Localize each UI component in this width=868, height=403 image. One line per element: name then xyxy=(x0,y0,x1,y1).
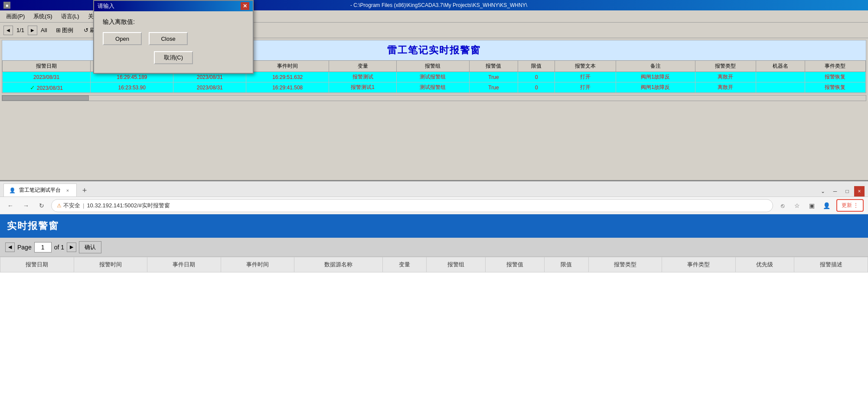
browser-tab-active[interactable]: 👤 雷工笔记测试平台 × xyxy=(3,183,77,197)
url-separator: | xyxy=(83,202,84,209)
prev-page-btn[interactable]: ◀ xyxy=(5,242,15,252)
refresh-browser-button[interactable]: ↻ xyxy=(36,200,48,212)
browser-tab-bar: 👤 雷工笔记测试平台 × + ⌄ ─ □ × xyxy=(0,181,868,197)
back-button[interactable]: ← xyxy=(4,200,16,212)
browser-action-buttons: ⎋ ☆ ▣ 👤 xyxy=(777,200,833,212)
dialog-title: 请输入 xyxy=(98,2,114,10)
th-priority: 优先级 xyxy=(735,257,794,272)
page-toolbar: ◀ Page of 1 ▶ 确认 xyxy=(0,238,868,257)
browser-nav: ← → ↻ ⚠ 不安全 | 10.32.192.141:5002/#实时报警窗 … xyxy=(0,197,868,214)
dialog-overlay: 请输入 ✕ 输入离散值: Open Close 取消(C) xyxy=(0,0,256,91)
tab-title: 雷工笔记测试平台 xyxy=(19,187,61,194)
th-event-type: 事件类型 xyxy=(662,257,736,272)
cell-limit: 0 xyxy=(518,82,555,93)
new-tab-button[interactable]: + xyxy=(78,184,91,197)
dropdown-button[interactable]: ⌄ xyxy=(818,186,828,197)
security-warning-icon: ⚠ xyxy=(57,203,62,209)
page-navigation-controls: ◀ Page of 1 ▶ 确认 xyxy=(5,241,101,253)
cell-note: 阀闸1故障反 xyxy=(616,72,695,82)
header-note: 备注 xyxy=(616,61,695,72)
cell-event-type: 报警恢复 xyxy=(805,72,865,82)
dialog-cancel-button[interactable]: 取消(C) xyxy=(154,51,193,64)
th-alarm-desc: 报警描述 xyxy=(794,257,868,272)
header-alarm-type: 报警类型 xyxy=(695,61,756,72)
cell-alarm-text: 打开 xyxy=(555,72,616,82)
cell-event-type: 报警恢复 xyxy=(805,82,865,93)
header-limit: 限值 xyxy=(518,61,555,72)
minimize-button[interactable]: ─ xyxy=(830,186,840,197)
tab-favicon: 👤 xyxy=(9,187,16,193)
cell-alarm-type: 离散开 xyxy=(695,72,756,82)
page-title: 实时报警窗 xyxy=(7,220,59,231)
next-page-btn[interactable]: ▶ xyxy=(67,242,76,252)
dialog-button-row: Open Close xyxy=(103,32,244,45)
cell-event-time: 16:29:51.632 xyxy=(246,72,329,82)
forward-button[interactable]: → xyxy=(20,200,32,212)
address-bar[interactable]: ⚠ 不安全 | 10.32.192.141:5002/#实时报警窗 xyxy=(51,199,773,212)
of-text: of 1 xyxy=(54,244,64,251)
th-limit: 限值 xyxy=(544,257,588,272)
cell-machine xyxy=(756,72,805,82)
dialog-body: 输入离散值: Open Close 取消(C) xyxy=(94,11,253,73)
th-event-time: 事件时间 xyxy=(221,257,294,272)
tab-close-button[interactable]: × xyxy=(64,187,71,194)
header-machine: 机器名 xyxy=(756,61,805,72)
update-button[interactable]: 更新 ⋮ xyxy=(836,199,864,212)
restore-button[interactable]: □ xyxy=(842,186,852,197)
data-table: 报警日期 报警时间 事件日期 事件时间 数据源名称 变量 报警组 报警值 限值 … xyxy=(0,257,868,272)
th-alarm-type: 报警类型 xyxy=(588,257,662,272)
confirm-button[interactable]: 确认 xyxy=(79,241,101,253)
data-table-container: 报警日期 报警时间 事件日期 事件时间 数据源名称 变量 报警组 报警值 限值 … xyxy=(0,257,868,272)
page-header: 实时报警窗 xyxy=(0,214,868,238)
cell-limit: 0 xyxy=(518,72,555,82)
header-variable: 变量 xyxy=(329,61,397,72)
cell-alarm-type: 离散开 xyxy=(695,82,756,93)
share-button[interactable]: ⎋ xyxy=(777,200,789,212)
profile-button[interactable]: 👤 xyxy=(821,200,833,212)
th-alarm-time: 报警时间 xyxy=(74,257,147,272)
update-label: 更新 xyxy=(842,202,852,208)
horizontal-scrollbar[interactable] xyxy=(2,95,866,101)
url-text: 10.32.192.141:5002/#实时报警窗 xyxy=(87,202,170,210)
update-menu-icon: ⋮ xyxy=(853,202,858,208)
cell-alarm-value: True xyxy=(469,82,518,93)
th-variable: 变量 xyxy=(382,257,427,272)
th-event-date: 事件日期 xyxy=(147,257,221,272)
favorite-button[interactable]: ☆ xyxy=(791,200,803,212)
header-alarm-value: 报警值 xyxy=(469,61,518,72)
cell-variable: 报警测试1 xyxy=(329,82,397,93)
cell-event-time: 16:29:41.508 xyxy=(246,82,329,93)
scrollbar-thumb[interactable] xyxy=(2,95,89,101)
cell-alarm-text: 打开 xyxy=(555,82,616,93)
header-alarm-text: 报警文本 xyxy=(555,61,616,72)
dialog-box: 请输入 ✕ 输入离散值: Open Close 取消(C) xyxy=(93,0,254,74)
dialog-label: 输入离散值: xyxy=(103,18,244,26)
sidebar-button[interactable]: ▣ xyxy=(806,200,818,212)
cell-alarm-group: 测试报警组 xyxy=(396,82,469,93)
dialog-close-button[interactable]: ✕ xyxy=(241,2,249,10)
page-label: Page xyxy=(17,244,32,251)
security-text: 不安全 xyxy=(63,202,80,210)
th-alarm-value: 报警值 xyxy=(486,257,545,272)
header-event-time: 事件时间 xyxy=(246,61,329,72)
page-number-input[interactable] xyxy=(34,242,52,252)
window-close-button[interactable]: × xyxy=(854,186,865,197)
cell-variable: 报警测试 xyxy=(329,72,397,82)
cell-note: 阀闸1故障反 xyxy=(616,82,695,93)
th-alarm-date: 报警日期 xyxy=(0,257,74,272)
browser-window: 👤 雷工笔记测试平台 × + ⌄ ─ □ × ← → ↻ ⚠ 不安全 | 10.… xyxy=(0,180,868,403)
th-datasource: 数据源名称 xyxy=(294,257,382,272)
browser-window-controls: ⌄ ─ □ × xyxy=(818,186,865,197)
dialog-open-button[interactable]: Open xyxy=(103,32,142,45)
cell-alarm-group: 测试报警组 xyxy=(396,72,469,82)
dialog-titlebar: 请输入 ✕ xyxy=(94,1,253,11)
header-alarm-group: 报警组 xyxy=(396,61,469,72)
th-alarm-group: 报警组 xyxy=(427,257,486,272)
cell-machine xyxy=(756,82,805,93)
dialog-close-button-2[interactable]: Close xyxy=(149,32,188,45)
cell-alarm-value: True xyxy=(469,72,518,82)
dialog-cancel-row: 取消(C) xyxy=(103,51,244,64)
header-event-type: 事件类型 xyxy=(805,61,865,72)
